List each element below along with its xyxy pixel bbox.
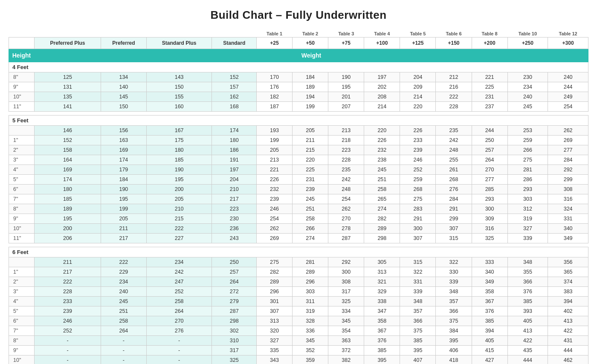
data-cell: 317 bbox=[212, 346, 257, 355]
data-cell: 169 bbox=[35, 165, 101, 175]
data-cell: 251 bbox=[293, 204, 328, 214]
data-cell: 339 bbox=[400, 287, 436, 297]
col-standard: Standard bbox=[212, 38, 257, 49]
col-plus250: +250 bbox=[507, 38, 548, 49]
data-cell: 312 bbox=[507, 204, 548, 214]
data-cell: 207 bbox=[328, 102, 364, 112]
table2-label: Table 2 bbox=[293, 29, 328, 38]
data-cell: 194 bbox=[293, 92, 328, 102]
data-cell: 239 bbox=[257, 194, 293, 204]
data-cell: - bbox=[35, 355, 101, 364]
data-cell: 143 bbox=[146, 72, 212, 82]
data-cell: 259 bbox=[507, 136, 548, 145]
data-cell: 349 bbox=[548, 234, 588, 243]
data-cell: - bbox=[35, 336, 101, 346]
data-cell: 269 bbox=[257, 234, 293, 243]
data-cell: 180 bbox=[212, 136, 257, 145]
data-cell: 155 bbox=[146, 92, 212, 102]
data-cell: 184 bbox=[293, 72, 328, 82]
height-cell: 5" bbox=[9, 306, 35, 316]
data-cell: 199 bbox=[101, 204, 146, 214]
data-cell: 185 bbox=[35, 194, 101, 204]
table-row: 10"---325343359382395407418427444462 bbox=[9, 355, 588, 364]
data-cell: 221 bbox=[257, 165, 293, 175]
data-cell: 268 bbox=[436, 175, 472, 185]
data-cell: 258 bbox=[146, 297, 212, 306]
data-cell: 226 bbox=[364, 136, 400, 145]
col-plus25: +25 bbox=[257, 38, 293, 49]
data-cell: 185 bbox=[146, 155, 212, 165]
data-cell: 213 bbox=[328, 126, 364, 136]
data-cell: 418 bbox=[436, 355, 472, 364]
data-cell: 405 bbox=[472, 336, 507, 346]
data-cell: 431 bbox=[548, 336, 588, 346]
data-cell: 228 bbox=[328, 155, 364, 165]
data-cell: 182 bbox=[257, 92, 293, 102]
data-cell: 307 bbox=[257, 306, 293, 316]
data-cell: 195 bbox=[328, 82, 364, 92]
data-cell: 347 bbox=[364, 306, 400, 316]
data-cell: 174 bbox=[35, 175, 101, 185]
data-cell: 205 bbox=[101, 214, 146, 224]
data-cell: 258 bbox=[364, 185, 400, 194]
page-title: Build Chart – Fully Underwritten bbox=[9, 9, 588, 22]
data-cell: 180 bbox=[35, 185, 101, 194]
data-cell: 218 bbox=[328, 136, 364, 145]
data-cell: 190 bbox=[146, 165, 212, 175]
data-cell: 164 bbox=[35, 155, 101, 165]
empty-cell bbox=[212, 29, 257, 38]
data-cell: 298 bbox=[212, 316, 257, 326]
data-cell: 343 bbox=[257, 355, 293, 364]
data-cell: 141 bbox=[35, 102, 101, 112]
data-cell: 220 bbox=[293, 155, 328, 165]
data-cell: 311 bbox=[293, 297, 328, 306]
data-cell: 234 bbox=[101, 277, 146, 287]
data-cell: 299 bbox=[436, 214, 472, 224]
data-cell: 152 bbox=[212, 72, 257, 82]
data-cell: 193 bbox=[257, 126, 293, 136]
data-cell: 232 bbox=[364, 145, 400, 155]
data-cell: 197 bbox=[212, 165, 257, 175]
table-row: 9"19520521523025425827028229129930931933… bbox=[9, 214, 588, 224]
data-cell: 214 bbox=[364, 102, 400, 112]
height-cell: 9" bbox=[9, 346, 35, 355]
data-cell: 427 bbox=[472, 355, 507, 364]
data-cell: 244 bbox=[472, 126, 507, 136]
data-cell: 406 bbox=[436, 346, 472, 355]
table-row: 211222234250275281292305315322333348356 bbox=[9, 257, 588, 267]
data-cell: 217 bbox=[101, 234, 146, 243]
data-cell: 262 bbox=[257, 224, 293, 234]
data-cell: 348 bbox=[400, 297, 436, 306]
data-cell: 231 bbox=[293, 175, 328, 185]
data-cell: 331 bbox=[400, 277, 436, 287]
data-cell: 204 bbox=[212, 175, 257, 185]
data-cell: 319 bbox=[507, 214, 548, 224]
height-cell: 6" bbox=[9, 316, 35, 326]
table-row: 8"---310327345363376385395405422431 bbox=[9, 336, 588, 346]
data-cell: - bbox=[101, 346, 146, 355]
table10-label: Table 10 bbox=[507, 29, 548, 38]
data-cell: 264 bbox=[101, 326, 146, 336]
data-cell: 270 bbox=[328, 214, 364, 224]
data-cell: 131 bbox=[35, 82, 101, 92]
data-cell: 191 bbox=[212, 155, 257, 165]
col-plus125: +125 bbox=[400, 38, 436, 49]
data-cell: 246 bbox=[35, 316, 101, 326]
data-cell: 325 bbox=[328, 297, 364, 306]
table-row: 4"16917919019722122523524525226127028129… bbox=[9, 165, 588, 175]
data-cell: 134 bbox=[101, 72, 146, 82]
data-cell: 235 bbox=[328, 165, 364, 175]
section-label: 5 Feet bbox=[9, 116, 588, 126]
data-cell: 229 bbox=[101, 267, 146, 277]
col-plus200: +200 bbox=[472, 38, 507, 49]
data-cell: 246 bbox=[400, 155, 436, 165]
table3-label: Table 3 bbox=[328, 29, 364, 38]
data-cell: 331 bbox=[548, 214, 588, 224]
table-wrapper: Table 1 Table 2 Table 3 Table 4 Table 5 … bbox=[9, 29, 588, 364]
table-row: 8"18919921022324625126227428329130031232… bbox=[9, 204, 588, 214]
data-cell: 340 bbox=[548, 224, 588, 234]
table12-label: Table 12 bbox=[548, 29, 588, 38]
table-row: 7"25226427630232033635436737538439441342… bbox=[9, 326, 588, 336]
data-cell: 279 bbox=[212, 297, 257, 306]
data-cell: 374 bbox=[548, 277, 588, 287]
